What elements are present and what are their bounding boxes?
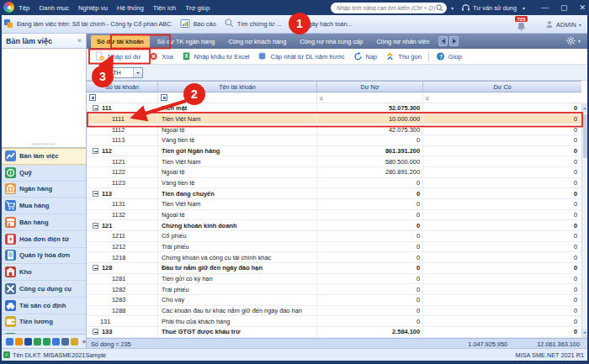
toolbar-button-giup[interactable]: ?Giúp	[432, 50, 466, 63]
sidebar-item-kho[interactable]: Kho	[2, 264, 86, 281]
table-row-113[interactable]: 113Tiền đang chuyển00	[87, 188, 581, 199]
filter-cell-credit[interactable]: ≤	[423, 92, 581, 103]
column-header-so-tai-khoan[interactable]: Số tài khoản	[87, 82, 158, 92]
table-row-1123[interactable]: 1123Vàng tiền tệ00	[87, 178, 581, 189]
table-row-1218[interactable]: 1218Chứng khoán và công cụ tài chính khá…	[87, 252, 581, 263]
tab-so-du-tai-khoan[interactable]: Số dư tài khoản	[91, 35, 150, 48]
working-on-label[interactable]: Đang làm việc trên: Sổ tài chính - Công …	[17, 20, 172, 28]
filter-cell-code[interactable]	[87, 92, 158, 103]
expander-icon[interactable]	[93, 265, 98, 271]
menu-nghiep-vu[interactable]: Nghiệp vụ	[78, 4, 108, 12]
purchase-shortcut-icon[interactable]	[24, 338, 32, 346]
tab-scroll-right-icon[interactable]	[449, 36, 459, 46]
search-options-caret-icon[interactable]: ▾	[451, 5, 454, 11]
table-row-1111[interactable]: 1111Tiền Việt Nam10.000.0000	[87, 114, 581, 125]
table-row-128[interactable]: 128Đầu tư nắm giữ đến ngày đáo hạn00	[87, 263, 581, 274]
tab-so-du-tk-ngan-hang[interactable]: Số dư TK ngân hàng	[151, 35, 221, 48]
sidebar-item-tai-san-co-dinh[interactable]: Tài sản cố định	[2, 298, 86, 314]
minimize-button[interactable]: —	[541, 3, 549, 12]
table-row-1283[interactable]: 1283Cho vay00	[87, 295, 581, 306]
menu-danh-muc[interactable]: Danh mục	[39, 4, 69, 12]
table-row-1112[interactable]: 1112Ngoại tệ42.075.3000	[87, 124, 581, 135]
payroll-shortcut-icon[interactable]	[43, 338, 50, 346]
toolbar-button-thu-gon[interactable]: Thu gọn	[381, 50, 426, 63]
search-input[interactable]	[337, 5, 436, 11]
column-header-du-co[interactable]: Dư Có	[423, 82, 581, 92]
expander-icon[interactable]	[93, 105, 98, 111]
sidebar-item-quy[interactable]: Quỹ	[2, 165, 86, 182]
shortcuts-overflow-icon[interactable]: »	[82, 338, 86, 346]
table-row-1113[interactable]: 1113Vàng tiền tệ00	[87, 135, 581, 146]
toolbar-button-cap-nhat-tu-dl-nam-truoc[interactable]: Cập nhật từ DL năm trước	[253, 50, 348, 63]
sidebar-item-ngan-hang[interactable]: Ngân hàng	[2, 182, 86, 198]
tab-settings-menu[interactable]: ▾	[566, 36, 581, 45]
report-button[interactable]: Báo cáo	[194, 20, 216, 28]
toolbar-button-nhap-khau-tu-excel[interactable]: XNhập khẩu từ Excel	[178, 50, 254, 63]
report-shortcut-icon[interactable]	[71, 338, 78, 346]
sidebar-collapse-icon[interactable]: «	[77, 36, 82, 45]
combobox-dropdown-icon[interactable]	[133, 68, 142, 77]
sidebar-item-mua-hang[interactable]: Mua hàng	[2, 198, 86, 214]
expander-icon[interactable]	[93, 191, 98, 197]
find-voucher-button[interactable]: Tìm chứng từ ...	[237, 20, 282, 28]
table-row-1212[interactable]: 1212Trái phiếu00	[87, 242, 581, 253]
sidebar-item-ban-hang[interactable]: Bán hàng	[2, 214, 86, 231]
menu-tro-giup[interactable]: Trợ giúp	[185, 4, 210, 12]
filter-cell-debit[interactable]: ≤	[317, 92, 423, 103]
sidebar-item-ban-lam-viec[interactable]: Bàn làm việc	[2, 148, 86, 165]
sidebar-item-cong-cu-dung-cu[interactable]: Công cụ dụng cụ	[2, 281, 86, 298]
asset-shortcut-icon[interactable]	[61, 338, 69, 346]
filter-checkbox-icon[interactable]	[89, 94, 96, 101]
table-row-1122[interactable]: 1122Ngoại tệ280.891.2000	[87, 167, 581, 178]
filter-cell-name[interactable]	[158, 92, 317, 103]
toolbar-button-xoa[interactable]: Xóa	[145, 50, 177, 63]
tab-cong-no-nha-cung-cap[interactable]: Công nợ nhà cung cấp	[294, 35, 369, 48]
table-row-1288[interactable]: 1288Các khoản đầu tư khác nắm giữ đến ng…	[87, 306, 581, 317]
expander-icon[interactable]	[93, 148, 98, 154]
cell-credit: 0	[423, 156, 581, 166]
menu-he-thong[interactable]: Hệ thống	[117, 4, 144, 12]
menu-tep[interactable]: Tệp	[19, 4, 29, 12]
table-row-111[interactable]: 111Tiền mặt52.075.3000	[87, 103, 581, 114]
toolbar-button-nap[interactable]: Nạp	[349, 50, 382, 63]
cash-shortcut-icon[interactable]	[34, 338, 41, 346]
notifications-button[interactable]: 725	[513, 16, 535, 33]
sidebar-item-tien-luong[interactable]: Tiền lương	[2, 314, 86, 331]
table-row-1282[interactable]: 1282Trái phiếu00	[87, 284, 581, 295]
filter-checkbox-icon[interactable]	[161, 94, 167, 101]
sidebar-item-hoa-don-dien-tu[interactable]: Hóa đơn điện tử	[2, 231, 86, 248]
expander-icon[interactable]	[93, 223, 98, 229]
table-row-1131[interactable]: 1131Tiền Việt Nam00	[87, 199, 581, 210]
support-menu[interactable]: Tư vấn sử dụng ▾	[461, 0, 525, 15]
cell-debit: 280.891.200	[317, 167, 423, 177]
table-row-1211[interactable]: 1211Cổ phiếu00	[87, 231, 581, 242]
close-button[interactable]: ✕	[579, 3, 586, 12]
toolbar-button-nhap-so-du[interactable]: Nhập số dư	[91, 50, 145, 63]
column-header-du-no[interactable]: Dư Nợ	[317, 82, 423, 92]
table-row-131[interactable]: 131Phải thu của khách hàng00	[87, 316, 581, 327]
table-row-1281[interactable]: 1281Tiền gửi có kỳ hạn00	[87, 274, 581, 285]
column-header-ten-tai-khoan[interactable]: Tên tài khoản	[158, 82, 317, 92]
workspace-shortcut-icon[interactable]	[6, 338, 13, 346]
hr-shortcut-icon[interactable]	[52, 338, 60, 346]
expander-icon[interactable]	[93, 329, 98, 335]
maximize-button[interactable]: ▢	[560, 3, 568, 12]
table-row-1132[interactable]: 1132Ngoại tệ00	[87, 210, 581, 221]
sidebar-item-quan-ly-hoa-don[interactable]: Quản lý hóa đơn	[2, 248, 86, 265]
table-row-1121[interactable]: 1121Tiền Việt Nam580.500.0000	[87, 156, 581, 167]
tab-cong-no-nhan-vien[interactable]: Công nợ nhân viên	[370, 35, 435, 48]
menu-tien-ich[interactable]: Tiện ích	[153, 4, 176, 12]
sales-shortcut-icon[interactable]	[15, 338, 23, 346]
user-menu[interactable]: ADMIN ▾	[545, 15, 581, 34]
table-row-121[interactable]: 121Chứng khoán kinh doanh00	[87, 220, 581, 231]
posting-date-button[interactable]: Ngày hạch toán...	[304, 20, 353, 28]
table-row-133[interactable]: 133Thuế GTGT được khấu trừ2.584.1000	[87, 327, 581, 338]
filter-operator[interactable]: ≤	[426, 95, 429, 101]
tab-cong-no-khach-hang[interactable]: Công nợ khách hàng	[222, 35, 292, 48]
splitter-handle[interactable]: ••••••••	[32, 141, 56, 146]
view-mode-combobox[interactable]: TH	[109, 67, 143, 78]
feature-search-box[interactable]	[331, 3, 447, 13]
tab-scroll-left-icon[interactable]	[438, 36, 448, 46]
table-row-112[interactable]: 112Tiền gửi Ngân hàng861.391.2000	[87, 146, 581, 157]
filter-operator[interactable]: ≤	[320, 95, 323, 101]
